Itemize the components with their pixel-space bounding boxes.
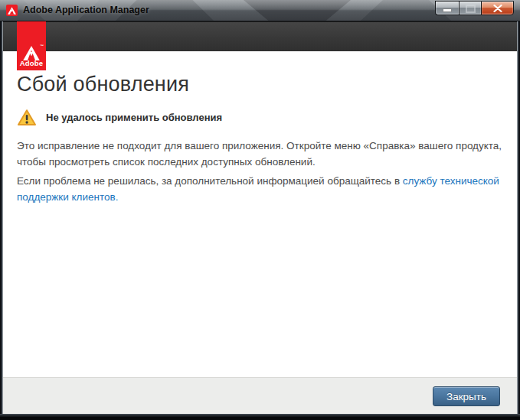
paragraph-fix-info: Это исправление не подходит для вашего п…: [17, 138, 511, 170]
window-border-bottom: [0, 414, 520, 420]
titlebar[interactable]: Adobe Application Manager: [0, 0, 520, 21]
header-band: [3, 21, 517, 51]
maximize-icon: [466, 5, 476, 13]
close-dialog-button[interactable]: Закрыть: [433, 386, 500, 406]
close-window-button[interactable]: [481, 1, 514, 15]
paragraph-support: Если проблема не решилась, за дополнител…: [17, 173, 511, 205]
footer-bar: Закрыть: [3, 377, 517, 414]
adobe-logo-icon: [8, 7, 16, 15]
adobe-logo-text: Adobe: [17, 59, 46, 67]
maximize-button[interactable]: [459, 1, 481, 15]
minimize-button[interactable]: [435, 1, 459, 15]
window-controls: [435, 1, 514, 15]
minimize-icon: [443, 8, 452, 12]
adobe-app-icon: [6, 5, 18, 16]
support-link-line2[interactable]: поддержки клиентов.: [17, 191, 118, 203]
paragraph-fix-line2: чтобы просмотреть список последних досту…: [17, 154, 511, 170]
adobe-logo-tab: ™ Adobe: [17, 21, 46, 70]
warning-row: Не удалось применить обновления: [17, 109, 222, 126]
window-title: Adobe Application Manager: [23, 0, 149, 21]
page-title: Сбой обновления: [17, 73, 189, 96]
warning-title: Не удалось применить обновления: [46, 112, 222, 123]
dialog-content: [3, 51, 517, 377]
paragraph-support-text: Если проблема не решилась, за дополнител…: [17, 175, 403, 187]
paragraph-fix-line1: Это исправление не подходит для вашего п…: [17, 138, 511, 154]
trademark-symbol: ™: [40, 44, 44, 48]
warning-icon: [17, 109, 37, 126]
support-link-line1[interactable]: службу технической: [403, 175, 499, 187]
window-border-right: [517, 21, 520, 414]
close-icon: [493, 5, 502, 12]
